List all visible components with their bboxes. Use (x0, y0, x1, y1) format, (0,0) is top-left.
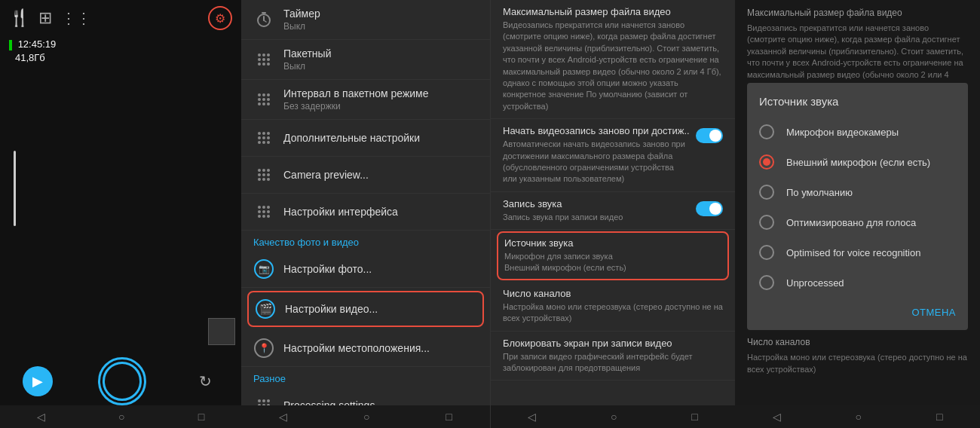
settings-list: Таймер Выкл Пакетный Выкл Интервал в пак… (241, 0, 490, 405)
settings-nav-recent[interactable]: □ (446, 411, 452, 423)
dialog-option-external-mic[interactable]: Внешний микрофон (если есть) (747, 147, 968, 177)
dialog-bottom: Число каналов Настройка моно или стереоз… (735, 335, 980, 428)
nav-back[interactable]: ◁ (37, 411, 45, 423)
detail-nav-recent[interactable]: □ (691, 411, 697, 423)
detail-block-screen[interactable]: Блокировать экран при записи видео При з… (491, 332, 735, 381)
option-external-mic-label: Внешний микрофон (если есть) (786, 157, 930, 168)
option-unprocessed-label: Unprocessed (786, 277, 844, 289)
channels-sub: Настройка моно или стереозвука (стерео д… (503, 301, 723, 325)
storage-display: 41,8Гб (15, 52, 45, 63)
settings-item-timer[interactable]: Таймер Выкл (241, 0, 490, 40)
detail-max-size[interactable]: Максимальный размер файла видео Видеозап… (491, 0, 735, 119)
settings-nav-back[interactable]: ◁ (279, 411, 287, 423)
camera-icon-3: ⋮⋮ (61, 9, 91, 27)
dialog-bg-sub: Видеозапись прекратится или начнется зан… (747, 23, 968, 81)
dialog-actions: ОТМЕНА (747, 301, 968, 324)
batch-sub: Выкл (283, 61, 331, 72)
svg-line-2 (264, 20, 266, 22)
sound-source-sub: Микрофон для записи звука Внешний микроф… (504, 251, 721, 274)
timer-icon (253, 9, 274, 30)
record-audio-toggle-indicator (696, 201, 723, 216)
settings-item-interval[interactable]: Интервал в пакетном режиме Без задержки (241, 80, 490, 120)
block-screen-sub: При записи видео графический интерфейс б… (503, 351, 723, 374)
detail-auto-restart[interactable]: Начать видеозапись заново при достиж.. А… (491, 119, 735, 192)
record-audio-sub: Запись звука при записи видео (503, 212, 690, 223)
settings-nav-home[interactable]: ○ (363, 411, 369, 423)
video-settings-label: Настройки видео... (285, 303, 378, 315)
camera-navigation: ◁ ○ □ (0, 405, 241, 428)
max-size-sub: Видеозапись прекратится или начнется зан… (503, 20, 723, 112)
channels-title: Число каналов (503, 288, 723, 299)
toggle-on-indicator (696, 128, 723, 143)
option-default-label: По умолчанию (786, 187, 853, 198)
dialog-bottom-sub: Настройка моно или стереозвука (стерео д… (747, 352, 968, 375)
settings-icon[interactable]: ⚙ (208, 6, 232, 30)
camera-panel: 🍴 ⊞ ⋮⋮ ⚙ 12:45:19 41,8Гб ▶ ↻ ◁ ○ □ (0, 0, 241, 428)
batch-info: Пакетный Выкл (283, 47, 331, 72)
video-mode-button[interactable]: ▶ (23, 366, 53, 396)
processing-icon (253, 395, 274, 405)
auto-restart-toggle[interactable] (696, 125, 723, 143)
settings-item-interface[interactable]: Настройки интерфейса (241, 194, 490, 231)
flip-camera-button[interactable]: ↻ (191, 368, 219, 395)
dialog-bottom-title: Число каналов (747, 335, 968, 349)
nav-recent[interactable]: □ (198, 411, 204, 423)
section-quality: Качество фото и видео (241, 231, 490, 251)
detail-nav-home[interactable]: ○ (611, 411, 617, 423)
dialog-title: Источник звука (747, 95, 968, 117)
settings-item-photo[interactable]: 📷 Настройки фото... (241, 251, 490, 288)
interval-sub: Без задержки (283, 101, 429, 112)
processing-settings-label: Processing settings... (283, 399, 384, 405)
dialog-nav-home[interactable]: ○ (856, 411, 862, 423)
dialog-option-default[interactable]: По умолчанию (747, 177, 968, 207)
radio-voice-optimized (759, 215, 774, 230)
photo-settings-icon: 📷 (253, 258, 274, 280)
batch-label: Пакетный (283, 47, 331, 60)
dialog-navigation: ◁ ○ □ (735, 405, 980, 428)
timer-sub: Выкл (283, 21, 320, 32)
video-settings-icon: 🎬 (255, 298, 276, 319)
location-icon: 📍 (253, 338, 274, 359)
dialog-option-voice-optimized[interactable]: Оптимизировано для голоса (747, 207, 968, 237)
settings-item-camera-preview[interactable]: Camera preview... (241, 157, 490, 194)
nav-home[interactable]: ○ (118, 411, 124, 423)
detail-record-audio[interactable]: Запись звука Запись звука при записи вид… (491, 192, 735, 230)
thumbnail-preview[interactable] (208, 318, 235, 345)
option-mic-camera-label: Микрофон видеокамеры (786, 127, 899, 138)
dialog-nav-recent[interactable]: □ (936, 411, 942, 423)
photo-settings-label: Настройки фото... (283, 263, 372, 275)
max-size-title: Максимальный размер файла видео (503, 6, 723, 17)
exposure-bar[interactable] (14, 151, 16, 226)
radio-voice-recognition (759, 245, 774, 260)
record-audio-toggle[interactable] (696, 198, 723, 216)
settings-panel: Таймер Выкл Пакетный Выкл Интервал в пак… (241, 0, 490, 428)
detail-channels[interactable]: Число каналов Настройка моно или стереоз… (491, 282, 735, 332)
radio-external-mic (759, 154, 774, 170)
settings-item-advanced[interactable]: Дополнительные настройки (241, 120, 490, 157)
location-settings-label: Настройки местоположения... (283, 342, 430, 354)
dialog-option-unprocessed[interactable]: Unprocessed (747, 268, 968, 298)
camera-icon-1: 🍴 (9, 8, 29, 28)
dialog-option-mic-camera[interactable]: Микрофон видеокамеры (747, 117, 968, 147)
dialog-nav-back[interactable]: ◁ (773, 411, 781, 423)
settings-item-batch[interactable]: Пакетный Выкл (241, 40, 490, 80)
section-misc: Разное (241, 367, 490, 387)
batch-icon (253, 49, 274, 70)
detail-nav-back[interactable]: ◁ (528, 411, 536, 423)
sound-source-dialog: Источник звука Микрофон видеокамеры Внеш… (747, 83, 968, 330)
timer-label: Таймер (283, 8, 320, 20)
dialog-option-voice-recognition[interactable]: Optimised for voice recognition (747, 237, 968, 268)
auto-restart-title: Начать видеозапись заново при достиж.. (503, 125, 690, 136)
interface-icon (253, 201, 274, 222)
settings-navigation: ◁ ○ □ (241, 405, 490, 428)
dialog-cancel-button[interactable]: ОТМЕНА (911, 307, 956, 318)
settings-item-location[interactable]: 📍 Настройки местоположения... (241, 330, 490, 367)
settings-item-processing[interactable]: Processing settings... (241, 387, 490, 405)
detail-panel: Максимальный размер файла видео Видеозап… (490, 0, 735, 428)
record-audio-title: Запись звука (503, 198, 690, 209)
interval-icon (253, 89, 274, 110)
dialog-bottom-content: Число каналов Настройка моно или стереоз… (735, 335, 980, 405)
detail-sound-source[interactable]: Источник звука Микрофон для записи звука… (497, 231, 729, 280)
capture-button[interactable] (98, 357, 146, 405)
settings-item-video[interactable]: 🎬 Настройки видео... (247, 291, 484, 327)
